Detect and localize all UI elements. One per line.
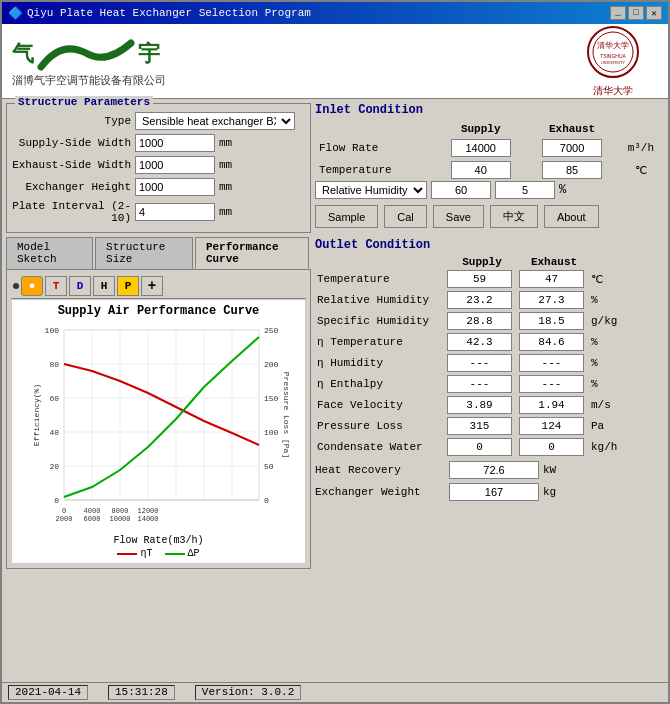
plate-interval-input[interactable] — [135, 203, 215, 221]
outlet-unit: m/s — [591, 399, 631, 411]
outlet-row-label: η Humidity — [315, 357, 445, 369]
heat-recovery-row: Heat Recovery kW — [315, 459, 664, 481]
tab-structure-size[interactable]: Structure Size — [95, 237, 193, 269]
outlet-supply-val: 23.2 — [447, 291, 512, 309]
toolbar-btn-t[interactable]: T — [45, 276, 67, 296]
heat-recovery-input[interactable] — [449, 461, 539, 479]
action-buttons: Sample Cal Save 中文 About — [315, 205, 664, 228]
exchanger-height-input[interactable] — [135, 178, 215, 196]
humidity-unit: % — [559, 183, 566, 197]
type-select[interactable]: Sensible heat exchanger BXB — [135, 112, 295, 130]
toolbar-btn-p[interactable]: P — [117, 276, 139, 296]
outlet-title: Outlet Condition — [315, 238, 664, 252]
flow-rate-supply-input[interactable] — [451, 139, 511, 157]
supply-width-input[interactable] — [135, 134, 215, 152]
performance-chart-svg: 100 80 60 40 20 0 250 200 150 100 50 — [29, 320, 289, 535]
temperature-label: Temperature — [315, 159, 435, 181]
outlet-unit: kg/h — [591, 441, 631, 453]
tab-list: Model Sketch Structure Size Performance … — [6, 237, 311, 269]
chart-area: Supply Air Performance Curve — [11, 299, 306, 564]
outlet-unit: % — [591, 357, 631, 369]
svg-text:250: 250 — [264, 326, 279, 335]
temperature-supply-input[interactable] — [451, 161, 511, 179]
outlet-row: η Enthalpy --- --- % — [315, 375, 664, 393]
svg-text:12000: 12000 — [137, 507, 158, 515]
about-button[interactable]: About — [544, 205, 599, 228]
toolbar-btn-plus[interactable]: + — [141, 276, 163, 296]
tab-content: ● T D H P + Supply Air Performance Curve — [6, 269, 311, 569]
plate-interval-label: Plate Interval (2-10) — [11, 200, 131, 224]
sample-button[interactable]: Sample — [315, 205, 378, 228]
inlet-title: Inlet Condition — [315, 103, 664, 117]
svg-text:50: 50 — [264, 462, 274, 471]
svg-text:200: 200 — [264, 360, 279, 369]
tab-performance-curve[interactable]: Performance Curve — [195, 237, 309, 269]
tab-model-sketch[interactable]: Model Sketch — [6, 237, 93, 269]
chinese-button[interactable]: 中文 — [490, 205, 538, 228]
inlet-supply-header: Supply — [435, 121, 526, 137]
save-button[interactable]: Save — [433, 205, 484, 228]
plate-interval-unit: mm — [219, 206, 249, 218]
cal-button[interactable]: Cal — [384, 205, 427, 228]
toolbar-btn-orange[interactable]: ● — [21, 276, 43, 296]
svg-text:Pressure Loss [Pa]: Pressure Loss [Pa] — [282, 372, 289, 458]
outlet-supply-val: --- — [447, 375, 512, 393]
outlet-header: Supply Exhaust — [315, 256, 664, 268]
outlet-supply-val: --- — [447, 354, 512, 372]
svg-text:2000: 2000 — [55, 515, 72, 523]
main-content: Structrue Parameters Type Sensible heat … — [2, 99, 668, 682]
outlet-supply-val: 315 — [447, 417, 512, 435]
legend-nt-line — [117, 553, 137, 555]
humidity-supply-input[interactable] — [431, 181, 491, 199]
outlet-row: Specific Humidity 28.8 18.5 g/kg — [315, 312, 664, 330]
tsinghua-label: 清华大学 — [593, 84, 633, 98]
svg-text:100: 100 — [44, 326, 59, 335]
toolbar-dot — [13, 283, 19, 289]
outlet-section: Outlet Condition Supply Exhaust Temperat… — [315, 238, 664, 503]
title-bar: 🔷 Qiyu Plate Heat Exchanger Selection Pr… — [2, 2, 668, 24]
outlet-row: Face Velocity 3.89 1.94 m/s — [315, 396, 664, 414]
svg-point-0 — [588, 27, 638, 77]
toolbar-btn-d[interactable]: D — [69, 276, 91, 296]
exchanger-height-label: Exchanger Height — [11, 181, 131, 193]
legend-ap-label: ΔP — [188, 548, 200, 559]
outlet-exhaust-val: 1.94 — [519, 396, 584, 414]
outlet-supply-val: 3.89 — [447, 396, 512, 414]
outlet-row-label: η Temperature — [315, 336, 445, 348]
logo-left: 气 宇 淄博气宇空调节能设备有限公司 — [12, 35, 166, 88]
struct-params-title: Structrue Parameters — [15, 96, 153, 108]
title-controls: _ □ ✕ — [610, 6, 662, 20]
outlet-supply-val: 28.8 — [447, 312, 512, 330]
supply-width-unit: mm — [219, 137, 249, 149]
app-icon: 🔷 — [8, 6, 23, 21]
outlet-row-label: Pressure Loss — [315, 420, 445, 432]
outlet-exhaust-val: 124 — [519, 417, 584, 435]
plate-interval-row: Plate Interval (2-10) mm — [11, 200, 306, 224]
outlet-row-label: Condensate Water — [315, 441, 445, 453]
outlet-row-label: Relative Humidity — [315, 294, 445, 306]
maximize-button[interactable]: □ — [628, 6, 644, 20]
svg-text:清华大学: 清华大学 — [597, 41, 629, 50]
status-version: Version: 3.0.2 — [195, 685, 301, 700]
minimize-button[interactable]: _ — [610, 6, 626, 20]
supply-width-row: Supply-Side Width mm — [11, 134, 306, 152]
outlet-rows: Temperature 59 47 ℃ Relative Humidity 23… — [315, 270, 664, 456]
flow-rate-exhaust-input[interactable] — [542, 139, 602, 157]
humidity-type-select[interactable]: Relative Humidity — [315, 181, 427, 199]
exhaust-width-unit: mm — [219, 159, 249, 171]
main-window: 🔷 Qiyu Plate Heat Exchanger Selection Pr… — [0, 0, 670, 704]
outlet-unit: ℃ — [591, 273, 631, 286]
outlet-row: η Temperature 42.3 84.6 % — [315, 333, 664, 351]
exchanger-weight-input[interactable] — [449, 483, 539, 501]
title-bar-left: 🔷 Qiyu Plate Heat Exchanger Selection Pr… — [8, 6, 311, 21]
logo-yu: 宇 — [138, 39, 160, 69]
toolbar-btn-h[interactable]: H — [93, 276, 115, 296]
exhaust-width-input[interactable] — [135, 156, 215, 174]
right-panel: Inlet Condition Supply Exhaust Flow Rate… — [315, 103, 664, 678]
close-button[interactable]: ✕ — [646, 6, 662, 20]
temperature-exhaust-input[interactable] — [542, 161, 602, 179]
humidity-exhaust-input[interactable] — [495, 181, 555, 199]
company-subtitle: 淄博气宇空调节能设备有限公司 — [12, 73, 166, 88]
svg-text:150: 150 — [264, 394, 279, 403]
svg-text:40: 40 — [49, 428, 59, 437]
